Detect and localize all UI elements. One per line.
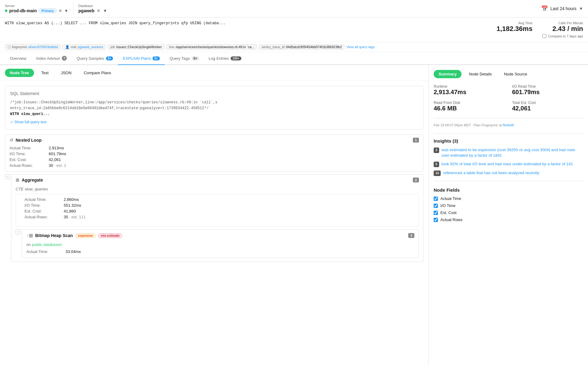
right-tab-node-details[interactable]: Node Details — [464, 70, 496, 78]
fingerprint-link[interactable]: f9e9e6f — [503, 123, 514, 127]
checkbox-est-cost-input[interactable] — [434, 211, 438, 215]
nested-loop-icon: ↺ — [9, 138, 13, 143]
tag-fingerprint: ⬡ fingerprint a5eec870953bdbbd — [5, 44, 61, 50]
sql-section: SQL Statement /*job:Issues::CheckUpSingl… — [5, 86, 424, 129]
nl-actual-rows-value: 30 · est. 1 — [49, 163, 419, 168]
subtab-node-tree[interactable]: Node Tree — [5, 69, 34, 77]
query-stats: Avg Time 1,182.36ms Calls Per Minute 2.4… — [496, 21, 583, 38]
checkbox-actual-time-input[interactable] — [434, 197, 438, 201]
expensive-badge: expensive — [75, 233, 96, 238]
sub-tabs: Node Tree Text JSON Compare Plans — [0, 65, 428, 81]
nl-actual-time-value: 2,913ms — [49, 146, 419, 150]
insight-2-badge: 5 — [434, 162, 439, 167]
right-tab-node-source[interactable]: Node Source — [499, 70, 532, 78]
bitmap-table-info: on public.databases — [22, 242, 419, 249]
metric-io-read-time: I/O Read Time 601.79ms — [512, 84, 583, 96]
tab-explain-plans-label: EXPLAIN Plans — [123, 56, 151, 61]
subtab-json[interactable]: JSON — [56, 69, 77, 77]
agg-est-cost-value: 41,860 — [64, 209, 410, 213]
bitmap-node: ↑⊞ Bitmap Heap Scan expensive mis-estima… — [22, 229, 419, 258]
node-fields-title: Node Fields — [434, 187, 583, 193]
bitmap-num: 3 — [408, 233, 414, 238]
tab-query-samples[interactable]: Query Samples 5+ — [72, 52, 118, 65]
checkbox-actual-rows-input[interactable] — [434, 218, 438, 222]
agg-actual-rows-value: 35 · est. 111 — [64, 215, 410, 219]
tab-overview-label: Overview — [10, 56, 26, 61]
aggregate-wrapper: − ⊞ Aggregate 2 CTE slow_queries Actual … — [5, 174, 424, 262]
tab-query-tags[interactable]: Query Tags 5+ — [165, 52, 204, 65]
top-bar: Server prod-db-main Primary ✕ ▼ Database… — [0, 0, 588, 17]
nl-actual-time-label: Actual Time: — [9, 146, 46, 150]
subtab-compare-plans[interactable]: Compare Plans — [79, 69, 116, 77]
node-fields-section: Node Fields Actual Time I/O Time Est. Co… — [434, 187, 583, 222]
fingerprint-icon: ⊞ — [499, 124, 502, 127]
bitmap-collapse-btn[interactable]: − — [16, 229, 21, 234]
time-selector[interactable]: 📅 Last 24 hours ▼ — [541, 5, 583, 12]
nested-loop-label: Nested Loop — [16, 138, 42, 143]
cpm-stat: Calls Per Minute 2.43 / min Compare to 7… — [542, 21, 583, 38]
aggregate-header: ⊞ Aggregate 2 — [11, 174, 423, 186]
tag-line: line /app/services/checks/queries/slowne… — [166, 44, 257, 50]
tag-role: 👤 role pgaweb_workers — [62, 44, 106, 50]
insight-3-badge: 14 — [434, 171, 441, 176]
main-layout: Node Tree Text JSON Compare Plans SQL St… — [0, 65, 588, 366]
tags-row: ⬡ fingerprint a5eec870953bdbbd 👤 role pg… — [0, 42, 588, 52]
calendar-icon: 📅 — [541, 5, 548, 12]
insight-1-badge: 3 — [434, 148, 439, 153]
nested-loop-title: ↺ Nested Loop — [9, 138, 42, 143]
metrics-grid: Runtime 2,913.47ms I/O Read Time 601.79m… — [434, 84, 583, 112]
aggregate-collapse-btn[interactable]: − — [5, 174, 10, 179]
divider-insights — [434, 181, 583, 181]
tab-index-advisor[interactable]: Index Advisor ? — [31, 52, 72, 65]
role-icon: 👤 — [65, 45, 70, 49]
checkbox-io-time-input[interactable] — [434, 204, 438, 208]
checkbox-actual-time-label: Actual Time — [440, 196, 461, 201]
cpm-value: 2.43 / min — [542, 25, 583, 33]
nested-loop-header: ↺ Nested Loop 1 — [5, 135, 423, 146]
index-advisor-help-icon: ? — [62, 56, 67, 61]
read-from-disk-value: 46.6 MB — [434, 105, 505, 112]
view-all-tags-link[interactable]: View all query tags — [346, 45, 375, 49]
subtab-text[interactable]: Text — [36, 69, 54, 77]
total-est-cost-label: Total Est. Cost — [512, 101, 583, 105]
server-dropdown-button[interactable]: ▼ — [64, 8, 68, 13]
database-close-button[interactable]: ✕ — [97, 8, 100, 13]
metric-runtime: Runtime 2,913.47ms — [434, 84, 505, 96]
checkbox-actual-rows: Actual Rows — [434, 217, 583, 222]
database-dropdown-button[interactable]: ▼ — [103, 8, 107, 13]
show-full-query-link[interactable]: ⤢ Show full query text — [10, 120, 418, 124]
agg-actual-time-value: 2,860ms — [64, 197, 410, 202]
explain-plans-badge: 5+ — [153, 56, 160, 60]
insight-1-text[interactable]: was estimated to be expensive (cost 3925… — [442, 147, 583, 158]
nested-loop-fields: Actual Time: 2,913ms I/O Time: 601.79ms … — [5, 146, 423, 171]
right-panel: Summary Node Details Node Source Runtime… — [429, 65, 588, 366]
compare-label: Compare to 7 days ago — [548, 34, 583, 38]
aggregate-fields: Actual Time: 2,860ms I/O Time: 551.32ms … — [20, 197, 414, 223]
query-tags-badge: 5+ — [192, 56, 199, 60]
server-close-button[interactable]: ✕ — [58, 8, 62, 13]
table-link[interactable]: public.databases — [32, 242, 62, 247]
agg-est-cost-label: Est. Cost: — [24, 209, 61, 213]
tab-explain-plans[interactable]: EXPLAIN Plans 5+ — [118, 52, 164, 65]
query-text: WITH slow_queries AS (...) SELECT ... FR… — [5, 21, 496, 25]
log-entries-badge: 100+ — [231, 56, 241, 60]
server-name: prod-db-main — [9, 8, 37, 13]
read-from-disk-label: Read From Disk — [434, 101, 505, 105]
insight-3-text[interactable]: referenced a table that has not been ana… — [443, 170, 539, 176]
tab-log-entries[interactable]: Log Entries 100+ — [204, 52, 246, 65]
insight-3: 14 referenced a table that has not been … — [434, 170, 583, 176]
runtime-label: Runtime — [434, 84, 505, 89]
cte-label: CTE slow_queries — [11, 186, 423, 193]
divider-metrics — [434, 118, 583, 118]
right-tab-summary[interactable]: Summary — [434, 70, 462, 78]
insight-2-text[interactable]: took 92% of total I/O time and had rows … — [442, 161, 573, 167]
metric-total-est-cost: Total Est. Cost 42,061 — [512, 101, 583, 112]
checkbox-est-cost: Est. Cost — [434, 210, 583, 215]
bitmap-wrapper: − ↑⊞ Bitmap Heap Scan expensive mis-esti… — [16, 229, 419, 258]
runtime-value: 2,913.47ms — [434, 89, 505, 96]
compare-checkbox[interactable] — [542, 34, 546, 38]
server-value: prod-db-main Primary ✕ ▼ — [5, 8, 68, 13]
tab-overview[interactable]: Overview — [5, 52, 31, 65]
agg-io-time-value: 551.32ms — [64, 203, 410, 208]
io-read-time-value: 601.79ms — [512, 89, 583, 96]
